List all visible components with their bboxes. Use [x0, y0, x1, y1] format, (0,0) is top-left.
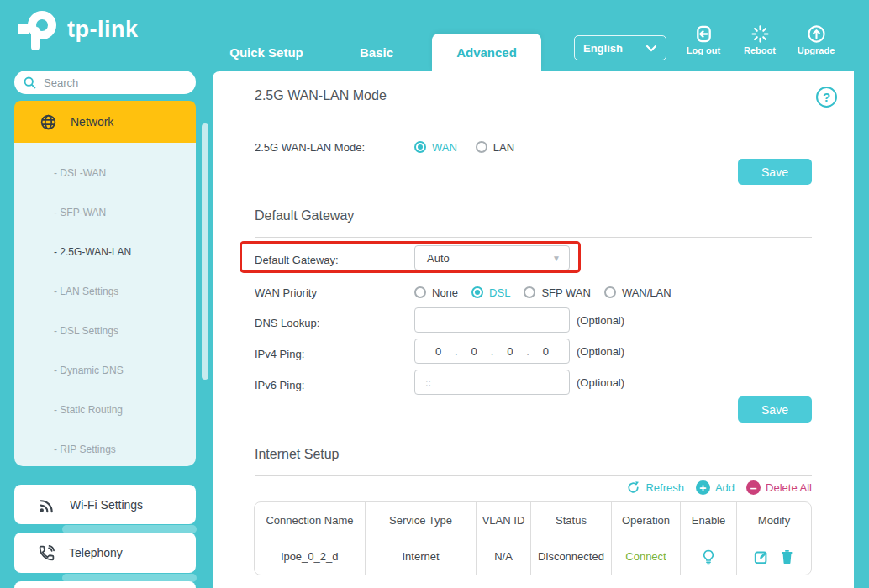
- default-gateway-select[interactable]: Auto ▼: [414, 245, 570, 270]
- ipv4-dot: .: [491, 345, 494, 358]
- ipv6-ping-input[interactable]: ::: [414, 370, 570, 395]
- submenu-label: - Dynamic DNS: [54, 365, 124, 376]
- section-title-wan-lan-mode: 2.5G WAN-LAN Mode: [255, 88, 387, 103]
- radio-wan-lan-label: WAN/LAN: [622, 286, 672, 299]
- sidebar-network-label: Network: [71, 115, 113, 129]
- submenu-label: - LAN Settings: [54, 286, 118, 297]
- table-header-row: Connection Name Service Type VLAN ID Sta…: [255, 502, 811, 538]
- sidebar-item-rip-settings[interactable]: - RIP Settings: [14, 429, 196, 469]
- form-row-wan-lan-mode: 2.5G WAN-LAN Mode: WAN LAN: [255, 139, 514, 155]
- tab-quick-setup-label: Quick Setup: [229, 45, 303, 60]
- radio-dsl-label: DSL: [489, 286, 510, 299]
- connect-link[interactable]: Connect: [612, 538, 681, 575]
- add-label: Add: [715, 481, 735, 494]
- tab-basic[interactable]: Basic: [322, 34, 431, 71]
- caret-down-icon: ▼: [552, 254, 561, 263]
- submenu-label: - SFP-WAN: [54, 207, 106, 218]
- main-content-panel: 2.5G WAN-LAN Mode ? 2.5G WAN-LAN Mode: W…: [213, 71, 854, 588]
- form-row-default-gateway: Default Gateway:: [255, 251, 414, 268]
- radio-none[interactable]: None: [414, 286, 458, 299]
- sidebar-item-telephony[interactable]: Telephony: [14, 533, 196, 573]
- reboot-button[interactable]: Reboot: [737, 24, 782, 55]
- radio-lan[interactable]: LAN: [476, 141, 514, 154]
- radio-unselected-icon: [524, 286, 535, 298]
- add-button[interactable]: + Add: [696, 480, 735, 495]
- sidebar-item-partial: [14, 581, 196, 588]
- language-select[interactable]: English: [574, 35, 666, 60]
- minus-icon: –: [746, 480, 761, 495]
- cell-connection-name: ipoe_0_2_d: [255, 538, 366, 575]
- logout-button[interactable]: Log out: [681, 24, 726, 55]
- sidebar-item-lan-settings[interactable]: - LAN Settings: [14, 271, 196, 311]
- tab-basic-label: Basic: [360, 45, 393, 60]
- tab-advanced[interactable]: Advanced: [432, 34, 541, 71]
- col-connection-name: Connection Name: [255, 502, 366, 538]
- save-button-mode[interactable]: Save: [738, 159, 812, 185]
- sidebar-item-wifi-settings[interactable]: Wi-Fi Settings: [14, 485, 196, 524]
- enable-bulb-icon[interactable]: [700, 549, 717, 565]
- refresh-icon: [626, 480, 640, 495]
- radio-wan-label: WAN: [432, 141, 457, 154]
- refresh-button[interactable]: Refresh: [626, 480, 684, 495]
- dns-optional-hint: (Optional): [577, 314, 624, 327]
- search-box[interactable]: [14, 71, 196, 94]
- delete-icon[interactable]: [780, 549, 794, 564]
- divider: [255, 475, 812, 476]
- ipv6-ping-label: IPv6 Ping:: [255, 379, 414, 391]
- sidebar-item-dynamic-dns[interactable]: - Dynamic DNS: [14, 350, 196, 390]
- table-toolbar: Refresh + Add – Delete All: [255, 480, 812, 495]
- telephony-icon: [38, 544, 55, 562]
- dns-lookup-input[interactable]: [414, 307, 570, 333]
- divider: [255, 237, 812, 238]
- form-row-wan-priority: WAN Priority None DSL SFP WAN WAN/LAN: [255, 284, 672, 301]
- tab-quick-setup[interactable]: Quick Setup: [212, 34, 321, 71]
- submenu-label: - 2.5G-WAN-LAN: [54, 246, 131, 258]
- delete-all-label: Delete All: [766, 481, 812, 494]
- help-icon[interactable]: ?: [816, 87, 837, 108]
- col-service-type: Service Type: [366, 502, 477, 538]
- ipv6-ping-value: ::: [425, 376, 431, 389]
- refresh-label: Refresh: [645, 481, 684, 494]
- upgrade-icon: [807, 24, 826, 44]
- sidebar-item-2-5g-wan-lan[interactable]: - 2.5G-WAN-LAN: [14, 232, 196, 271]
- search-input[interactable]: [44, 76, 178, 89]
- edit-icon[interactable]: [754, 549, 769, 564]
- ipv4-dot: .: [455, 345, 458, 358]
- submenu-label: - Static Routing: [54, 404, 123, 416]
- plus-icon: +: [696, 480, 710, 495]
- radio-unselected-icon: [414, 286, 426, 298]
- form-row-ipv6-ping: IPv6 Ping:: [255, 376, 414, 393]
- table-row: ipoe_0_2_d Internet N/A Disconnected Con…: [255, 538, 811, 575]
- wan-priority-label: WAN Priority: [255, 286, 414, 299]
- upgrade-button[interactable]: Upgrade: [793, 24, 839, 55]
- radio-lan-label: LAN: [493, 141, 514, 154]
- save-button-gateway[interactable]: Save: [738, 396, 812, 423]
- dns-lookup-label: DNS Lookup:: [255, 317, 414, 329]
- sidebar-item-network[interactable]: Network: [14, 101, 196, 143]
- upgrade-label: Upgrade: [798, 45, 835, 55]
- default-gateway-label: Default Gateway:: [255, 254, 414, 266]
- radio-sfp-wan[interactable]: SFP WAN: [524, 286, 591, 299]
- ipv4-octet: 0: [435, 345, 441, 358]
- ipv4-octet: 0: [471, 345, 477, 358]
- wifi-icon: [38, 496, 56, 514]
- form-row-dns-lookup: DNS Lookup:: [255, 314, 414, 331]
- radio-none-label: None: [432, 286, 458, 299]
- sidebar-item-sfp-wan[interactable]: - SFP-WAN: [14, 192, 196, 232]
- sidebar-item-dsl-wan[interactable]: - DSL-WAN: [14, 153, 196, 192]
- ipv4-ping-input[interactable]: 0 . 0 . 0 . 0: [414, 339, 570, 364]
- sidebar-scrollbar[interactable]: [202, 123, 208, 380]
- divider: [255, 118, 812, 118]
- sidebar-item-dsl-settings[interactable]: - DSL Settings: [14, 311, 196, 350]
- cell-modify: [737, 538, 811, 575]
- radio-selected-icon: [471, 286, 483, 298]
- radio-wan-lan[interactable]: WAN/LAN: [604, 286, 672, 299]
- sidebar-item-static-routing[interactable]: - Static Routing: [14, 390, 196, 429]
- col-operation: Operation: [612, 502, 681, 538]
- ipv6-optional-hint: (Optional): [577, 376, 624, 389]
- tp-link-logo: tp-link: [12, 7, 139, 52]
- radio-dsl[interactable]: DSL: [471, 286, 510, 299]
- delete-all-button[interactable]: – Delete All: [746, 480, 812, 495]
- globe-icon: [40, 113, 57, 131]
- radio-wan[interactable]: WAN: [414, 141, 457, 154]
